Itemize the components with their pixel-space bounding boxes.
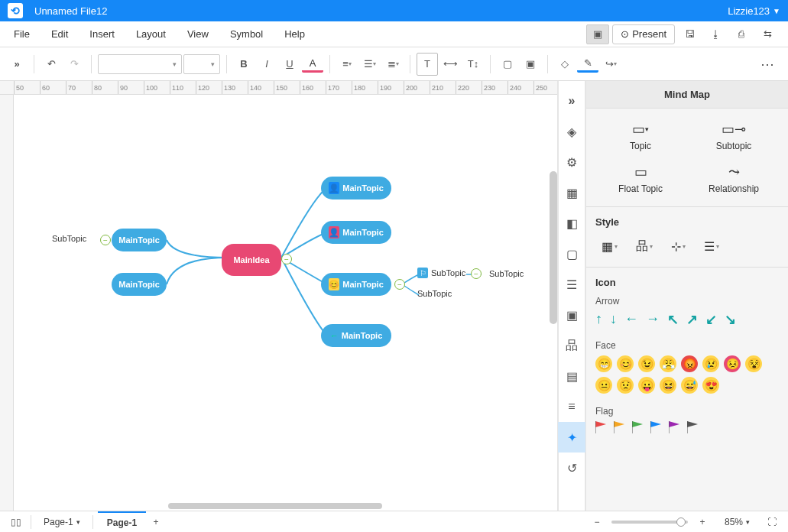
expand-right-icon[interactable]: − bbox=[281, 254, 292, 264]
menu-view[interactable]: View bbox=[177, 21, 219, 47]
expand-left-icon[interactable]: − bbox=[100, 235, 111, 245]
arrow-downright-icon[interactable]: ↘ bbox=[725, 311, 736, 328]
arrow-left-icon[interactable]: ← bbox=[624, 311, 638, 328]
rail-image-icon[interactable]: ▣ bbox=[558, 300, 585, 330]
add-topic-button[interactable]: ▭▾ Topic bbox=[595, 118, 686, 154]
fullscreen-button[interactable]: ⛶ bbox=[762, 514, 782, 530]
undo-button[interactable]: ↶ bbox=[41, 53, 62, 76]
main-idea-node[interactable]: MainIdea bbox=[222, 244, 281, 276]
expand-left-button[interactable]: » bbox=[6, 53, 28, 76]
add-relationship-button[interactable]: ⤳ Relationship bbox=[689, 161, 779, 197]
rail-grid-icon[interactable]: ▦ bbox=[558, 177, 585, 208]
slideshow-edit-button[interactable]: ▣ bbox=[586, 24, 609, 44]
font-color-button[interactable]: A bbox=[302, 56, 323, 73]
face-grin-icon[interactable]: 😁 bbox=[595, 355, 612, 372]
linespace-button[interactable]: ≣ bbox=[382, 53, 404, 76]
rail-tree-icon[interactable]: 品 bbox=[558, 330, 585, 361]
face-pout-icon[interactable]: 😤 bbox=[660, 355, 676, 372]
face-smile-icon[interactable]: 😊 bbox=[617, 355, 634, 372]
add-float-topic-button[interactable]: ▭ Float Topic bbox=[595, 161, 686, 197]
face-squint-icon[interactable]: 😆 bbox=[660, 377, 676, 394]
rail-layers-icon[interactable]: ◧ bbox=[558, 208, 585, 238]
face-angry-icon[interactable]: 😡 bbox=[681, 355, 698, 372]
face-cry-icon[interactable]: 😢 bbox=[702, 355, 719, 372]
face-sad-icon[interactable]: 😟 bbox=[617, 377, 634, 394]
page-tab-1[interactable]: Page-1 bbox=[98, 511, 146, 533]
flag-green-icon[interactable] bbox=[632, 421, 643, 433]
arrow-right-icon[interactable]: → bbox=[646, 311, 660, 328]
face-hearteyes-icon[interactable]: 😍 bbox=[702, 377, 719, 394]
bold-button[interactable]: B bbox=[233, 53, 255, 76]
canvas-scroll-vertical[interactable] bbox=[550, 171, 557, 324]
menu-file[interactable]: File bbox=[3, 21, 41, 47]
zoom-out-button[interactable]: − bbox=[587, 514, 607, 530]
left-topic-1[interactable]: MainTopic bbox=[112, 229, 167, 251]
arrow-up-icon[interactable]: ↑ bbox=[595, 311, 602, 328]
rail-settings-icon[interactable]: ⚙ bbox=[558, 147, 585, 177]
print-button[interactable]: ⎙ bbox=[730, 24, 753, 44]
rail-bookmark-icon[interactable]: ▢ bbox=[558, 238, 585, 269]
zoom-in-button[interactable]: + bbox=[692, 514, 712, 530]
rail-history-icon[interactable]: ↺ bbox=[558, 453, 585, 483]
flag-purple-icon[interactable] bbox=[669, 421, 679, 433]
face-sweat-icon[interactable]: 😅 bbox=[681, 377, 698, 394]
rail-align-icon[interactable]: ≡ bbox=[558, 391, 585, 422]
zoom-select[interactable]: 85% ▾ bbox=[717, 517, 757, 527]
arrow-down-icon[interactable]: ↓ bbox=[610, 311, 617, 328]
app-logo[interactable]: ⟲ bbox=[8, 3, 23, 18]
flag-orange-icon[interactable] bbox=[614, 421, 624, 433]
underline-button[interactable]: U bbox=[279, 53, 300, 76]
text-vertical-button[interactable]: T↕ bbox=[462, 53, 484, 76]
toolbar-more-button[interactable]: ⋯ bbox=[760, 56, 782, 73]
textbox-button[interactable]: T bbox=[417, 53, 438, 76]
canvas[interactable]: MainIdea − MainTopic − SubTopic MainTopi… bbox=[14, 95, 557, 511]
fill-button[interactable]: ◇ bbox=[554, 53, 576, 76]
layout-style-4[interactable]: ☰ bbox=[704, 238, 719, 255]
menu-layout[interactable]: Layout bbox=[125, 21, 177, 47]
rail-data-icon[interactable]: ☰ bbox=[558, 269, 585, 300]
subtopic-1[interactable]: ⚐ SubTopic bbox=[417, 268, 465, 278]
face-neutral-icon[interactable]: 😐 bbox=[595, 377, 612, 394]
font-size-select[interactable]: ▾ bbox=[183, 54, 220, 74]
zoom-slider[interactable] bbox=[611, 521, 688, 524]
rail-clipboard-icon[interactable]: ▤ bbox=[558, 361, 585, 391]
face-tongue-icon[interactable]: 😛 bbox=[638, 377, 655, 394]
font-family-select[interactable]: ▾ bbox=[98, 54, 182, 74]
flag-red-icon[interactable] bbox=[595, 421, 606, 433]
left-subtopic-label[interactable]: SubTopic bbox=[52, 234, 86, 243]
arrow-upright-icon[interactable]: ↗ bbox=[686, 311, 698, 328]
menu-symbol[interactable]: Symbol bbox=[219, 21, 274, 47]
layout-style-1[interactable]: ▦ bbox=[602, 238, 618, 255]
subtopic-2[interactable]: SubTopic bbox=[417, 289, 452, 298]
present-button[interactable]: ⊙ Present bbox=[612, 24, 675, 44]
italic-button[interactable]: I bbox=[256, 53, 277, 76]
face-rage-icon[interactable]: 😣 bbox=[724, 355, 741, 372]
layout-style-3[interactable]: ⊹ bbox=[671, 238, 686, 255]
left-topic-2[interactable]: MainTopic bbox=[112, 273, 167, 296]
arrow-downleft-icon[interactable]: ↙ bbox=[705, 311, 717, 328]
share-button[interactable]: ⇆ bbox=[756, 24, 779, 44]
arrow-upleft-icon[interactable]: ↖ bbox=[667, 311, 679, 328]
group-back-button[interactable]: ▢ bbox=[497, 53, 518, 76]
menu-help[interactable]: Help bbox=[274, 21, 316, 47]
add-subtopic-button[interactable]: ▭⊸ Subtopic bbox=[689, 118, 779, 154]
user-menu[interactable]: Lizzie123 ▼ bbox=[728, 5, 780, 17]
expand-subtopic-icon[interactable]: − bbox=[394, 279, 405, 290]
rail-expand-button[interactable]: » bbox=[558, 86, 585, 116]
flag-blue-icon[interactable] bbox=[650, 421, 661, 433]
expand-sub-icon[interactable]: − bbox=[471, 268, 482, 279]
stroke-button[interactable]: ✎ bbox=[577, 56, 598, 73]
connector-style-button[interactable]: ↪ bbox=[600, 53, 621, 76]
menu-insert[interactable]: Insert bbox=[79, 21, 125, 47]
download-button[interactable]: ⭳ bbox=[704, 24, 727, 44]
textwidth-button[interactable]: ⟷ bbox=[439, 53, 461, 76]
group-front-button[interactable]: ▣ bbox=[520, 53, 541, 76]
list-button[interactable]: ☰ bbox=[359, 53, 381, 76]
right-topic-2[interactable]: 👤 MainTopic bbox=[321, 221, 391, 244]
rail-mindmap-icon[interactable]: ✦ bbox=[558, 422, 585, 453]
layout-style-2[interactable]: 品 bbox=[636, 238, 653, 255]
right-topic-3[interactable]: 😊 MainTopic bbox=[321, 273, 391, 296]
right-topic-4[interactable]: ← MainTopic bbox=[321, 324, 391, 347]
subtopic-3[interactable]: SubTopic bbox=[489, 269, 524, 278]
face-wink-icon[interactable]: 😉 bbox=[638, 355, 655, 372]
